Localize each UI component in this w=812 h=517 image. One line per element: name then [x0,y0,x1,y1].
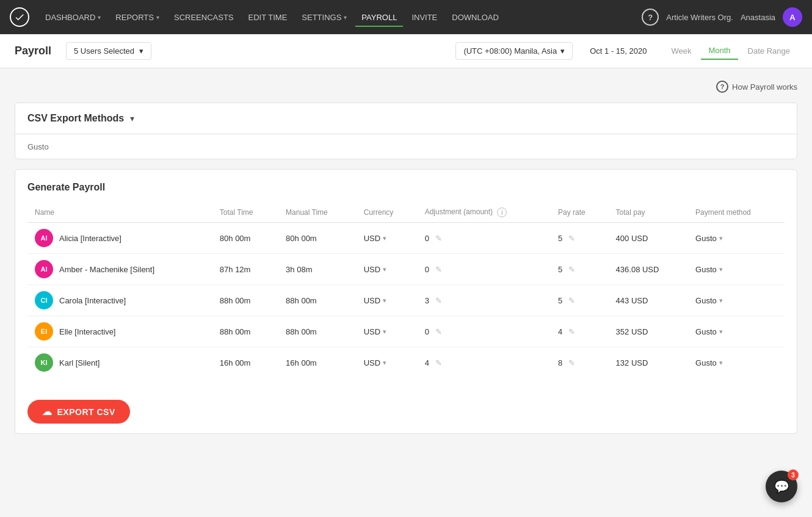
navbar-right: ? Article Writers Org. Anastasia A [642,7,802,27]
cell-adjustment-1: 0 ✎ [418,254,551,285]
cell-adjustment-2: 3 ✎ [418,285,551,316]
pay-rate-edit-icon-0[interactable]: ✎ [568,234,575,243]
col-pay-rate: Pay rate [551,203,609,223]
cell-adjustment-3: 0 ✎ [418,316,551,347]
col-payment-method: Payment method [688,203,785,223]
col-adjustment: Adjustment (amount) i [418,203,551,223]
users-chevron-icon: ▾ [139,46,143,56]
navbar: DASHBOARD ▾ REPORTS ▾ SCREENCASTS EDIT T… [0,0,812,34]
user-name-1: Amber - Machenike [Silent] [59,265,154,274]
view-date-range-button[interactable]: Date Range [741,43,797,59]
user-avatar-0: Al [35,229,53,247]
pay-rate-edit-icon-1[interactable]: ✎ [568,265,575,274]
cell-payment-method-2[interactable]: Gusto ▾ [688,285,785,316]
cell-payment-method-1[interactable]: Gusto ▾ [688,254,785,285]
cell-name-0: Al Alicia [Interactive] [27,223,212,254]
payment-dropdown-4[interactable]: ▾ [719,359,723,367]
cell-total-time-2: 88h 00m [212,285,278,316]
cell-currency-4[interactable]: USD ▾ [357,347,418,378]
cell-payment-method-3[interactable]: Gusto ▾ [688,316,785,347]
currency-dropdown-3[interactable]: ▾ [383,328,386,336]
timezone-dropdown[interactable]: (UTC +08:00) Manila, Asia ▾ [455,42,573,60]
cell-total-time-3: 88h 00m [212,316,278,347]
generate-payroll-title: Generate Payroll [27,182,785,193]
user-name-3: Elle [Interactive] [59,327,116,336]
user-avatar-1: Al [35,260,53,278]
cell-adjustment-4: 4 ✎ [418,347,551,378]
pay-rate-edit-icon-4[interactable]: ✎ [568,358,575,367]
nav-screencasts[interactable]: SCREENCASTS [168,9,240,26]
cell-currency-0[interactable]: USD ▾ [357,223,418,254]
timezone-chevron-icon: ▾ [560,46,565,56]
col-manual-time: Manual Time [278,203,357,223]
csv-export-chevron-icon[interactable]: ▾ [130,114,134,123]
currency-dropdown-0[interactable]: ▾ [383,234,386,242]
user-avatar[interactable]: A [783,7,802,27]
nav-reports[interactable]: REPORTS ▾ [109,9,165,26]
payment-dropdown-3[interactable]: ▾ [719,328,723,336]
currency-dropdown-4[interactable]: ▾ [383,359,386,367]
table-row: Kl Karl [Silent] 16h 00m 16h 00m USD ▾ 4… [27,347,785,378]
cell-manual-time-2: 88h 00m [278,285,357,316]
cell-total-pay-3: 352 USD [609,316,688,347]
col-total-time: Total Time [212,203,278,223]
settings-chevron-icon: ▾ [344,14,347,21]
currency-dropdown-1[interactable]: ▾ [383,266,386,273]
view-month-button[interactable]: Month [701,42,738,60]
cell-name-2: Cl Carola [Interactive] [27,285,212,316]
cell-total-pay-0: 400 USD [609,223,688,254]
cell-manual-time-1: 3h 08m [278,254,357,285]
export-csv-button[interactable]: ☁ EXPORT CSV [27,400,130,424]
how-payroll-help-icon[interactable]: ? [716,81,728,93]
adjustment-info-icon[interactable]: i [497,208,507,217]
cell-currency-1[interactable]: USD ▾ [357,254,418,285]
app-logo[interactable] [10,7,29,27]
cell-pay-rate-1: 5 ✎ [551,254,609,285]
payment-dropdown-1[interactable]: ▾ [719,266,723,273]
cell-payment-method-4[interactable]: Gusto ▾ [688,347,785,378]
date-range-display: Oct 1 - 15, 2020 [582,43,654,59]
nav-dashboard[interactable]: DASHBOARD ▾ [39,9,107,26]
table-header-row: Name Total Time Manual Time Currency Adj… [27,203,785,223]
csv-export-header: CSV Export Methods ▾ [15,103,797,134]
generate-payroll-section: Generate Payroll Name Total Time Manual … [15,170,797,390]
nav-settings[interactable]: SETTINGS ▾ [295,9,353,26]
user-avatar-3: El [35,322,53,341]
nav-payroll[interactable]: PAYROLL [355,9,403,27]
cell-payment-method-0[interactable]: Gusto ▾ [688,223,785,254]
dashboard-chevron-icon: ▾ [98,14,101,21]
cell-pay-rate-2: 5 ✎ [551,285,609,316]
cell-pay-rate-0: 5 ✎ [551,223,609,254]
payment-dropdown-0[interactable]: ▾ [719,234,723,242]
how-payroll-link[interactable]: How Payroll works [732,82,797,92]
nav-edit-time[interactable]: EDIT TIME [242,9,294,26]
cell-manual-time-4: 16h 00m [278,347,357,378]
reports-chevron-icon: ▾ [156,14,159,21]
adjustment-edit-icon-4[interactable]: ✎ [435,358,442,367]
help-button[interactable]: ? [642,9,659,26]
user-name: Anastasia [741,13,775,22]
cell-currency-3[interactable]: USD ▾ [357,316,418,347]
cell-total-pay-1: 436.08 USD [609,254,688,285]
cell-pay-rate-3: 4 ✎ [551,316,609,347]
table-row: El Elle [Interactive] 88h 00m 88h 00m US… [27,316,785,347]
view-week-button[interactable]: Week [664,43,698,59]
adjustment-edit-icon-0[interactable]: ✎ [435,234,442,243]
pay-rate-edit-icon-3[interactable]: ✎ [568,327,575,336]
adjustment-edit-icon-1[interactable]: ✎ [435,265,442,274]
subheader: Payroll 5 Users Selected ▾ (UTC +08:00) … [0,34,812,68]
cell-name-3: El Elle [Interactive] [27,316,212,347]
nav-download[interactable]: DOWNLOAD [446,9,505,26]
payment-dropdown-2[interactable]: ▾ [719,297,723,305]
nav-invite[interactable]: INVITE [405,9,443,26]
adjustment-edit-icon-3[interactable]: ✎ [435,327,442,336]
currency-dropdown-2[interactable]: ▾ [383,297,386,305]
pay-rate-edit-icon-2[interactable]: ✎ [568,296,575,305]
cell-name-4: Kl Karl [Silent] [27,347,212,378]
cell-currency-2[interactable]: USD ▾ [357,285,418,316]
users-selected-dropdown[interactable]: 5 Users Selected ▾ [66,42,151,60]
adjustment-edit-icon-2[interactable]: ✎ [435,296,442,305]
user-avatar-2: Cl [35,291,53,309]
export-section: ☁ EXPORT CSV [15,390,797,433]
col-total-pay: Total pay [609,203,688,223]
